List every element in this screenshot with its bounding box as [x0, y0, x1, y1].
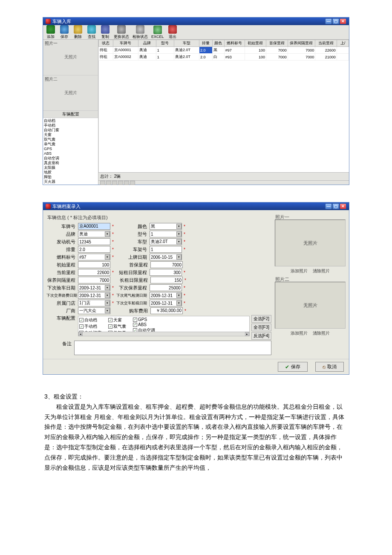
grid-cell[interactable]: 7000	[266, 54, 288, 61]
grid-column-header[interactable]: 颜色	[212, 40, 224, 47]
grid-column-header[interactable]: 品牌	[138, 40, 156, 47]
config-option[interactable]: ✓双气囊	[108, 324, 126, 330]
chassis-input[interactable]	[150, 246, 182, 253]
config-item[interactable]: 手动档	[44, 123, 97, 128]
minimize-button[interactable]: —	[325, 18, 332, 24]
nexttax-select[interactable]: 2009-12-31▾	[150, 300, 182, 306]
curmi-input[interactable]	[78, 269, 110, 276]
config-item[interactable]: 太阳膜	[44, 165, 97, 170]
toolbar-button[interactable]: 查找	[86, 25, 97, 40]
grid-column-header[interactable]: 燃料标号	[224, 40, 245, 47]
horizontal-scrollbar[interactable]: ◂▸	[78, 332, 249, 336]
brand-select[interactable]: 奥迪▾	[78, 231, 110, 237]
grid-column-header[interactable]: 初始里程	[245, 40, 266, 47]
type-select[interactable]: 奥迪2.0T▾	[150, 238, 182, 245]
disp-input[interactable]	[78, 246, 110, 253]
maker-select[interactable]: 一汽大众▾	[78, 307, 110, 314]
maximize-button[interactable]: ▢	[332, 203, 339, 209]
grid-column-header[interactable]: 型号	[156, 40, 174, 47]
config-option[interactable]: ✓自动档	[79, 317, 101, 323]
toolbar-button[interactable]: 更换状态	[114, 25, 129, 40]
select-invert-button[interactable]: 反选[F4]	[251, 332, 271, 340]
close-button[interactable]: ✕	[340, 18, 346, 24]
grid-column-header[interactable]: 保养间隔里程	[288, 40, 315, 47]
config-item[interactable]: 双气囊	[44, 137, 97, 142]
nextchk-select[interactable]: 2009-12-31▾	[78, 284, 110, 291]
nextroad-select[interactable]: 2009-12-31▾	[78, 292, 110, 299]
grid-cell[interactable]: 2.0	[199, 54, 212, 61]
grid-cell[interactable]: #97	[224, 47, 245, 54]
config-item[interactable]: 真皮座椅	[44, 161, 97, 165]
save-button[interactable]: ✔ 保存	[278, 362, 308, 372]
grid-cell[interactable]	[337, 47, 349, 54]
grid-cell[interactable]: 白	[212, 54, 224, 61]
grid-column-header[interactable]: 上/	[337, 40, 349, 47]
clear-photo-link[interactable]: 清除照片	[313, 330, 330, 336]
table-row[interactable]: 待租京A00001奥迪1奥迪2.0T2.0黑#97100700070002260…	[99, 47, 349, 54]
grid-column-header[interactable]: 首保里程	[266, 40, 288, 47]
store-select[interactable]: 1门店▾	[78, 300, 110, 306]
select-all-button[interactable]: 全选[F2]	[251, 315, 271, 323]
config-option[interactable]: ✓手动档	[79, 324, 101, 330]
plate-input[interactable]	[78, 223, 110, 230]
grid-cell[interactable]: 奥迪2.0T	[174, 54, 199, 61]
remark-textarea[interactable]	[74, 341, 271, 355]
clear-photo-link[interactable]: 清除照片	[313, 268, 330, 274]
shortmi-input[interactable]	[150, 269, 182, 276]
config-item[interactable]: GPS	[44, 147, 97, 151]
config-item[interactable]: 自动档	[44, 119, 97, 123]
grid-cell[interactable]: 奥迪	[138, 47, 156, 54]
grid-cell[interactable]: 奥迪2.0T	[174, 47, 199, 54]
select-none-button[interactable]: 全否[F3]	[251, 324, 271, 331]
grid-cell[interactable]: 7000	[288, 47, 315, 54]
table-row[interactable]: 待租京A00002奥迪1奥迪2.0T2.0白#93100700070002100…	[99, 54, 349, 61]
vehicle-grid[interactable]: 状态车牌号品牌型号车型排量颜色燃料标号初始里程首保里程保养间隔里程当前里程上/ …	[98, 40, 349, 61]
grid-cell[interactable]	[337, 54, 349, 61]
toolbar-button[interactable]: 检验状态	[133, 25, 148, 40]
grid-column-header[interactable]: 车型	[174, 40, 199, 47]
minimize-button[interactable]: —	[325, 203, 332, 209]
initmi-input[interactable]	[78, 261, 110, 268]
maintmi-input[interactable]	[78, 277, 110, 283]
toolbar-button[interactable]: 添加	[46, 25, 56, 40]
grid-cell[interactable]: 1	[156, 54, 174, 61]
cancel-button[interactable]: ⎋ 取消	[315, 362, 344, 372]
config-item[interactable]: ABS	[44, 151, 97, 156]
longmi-input[interactable]	[150, 277, 183, 283]
grid-column-header[interactable]: 排量	[199, 40, 212, 47]
grid-cell[interactable]: 京A00002	[113, 54, 138, 61]
record-nav-buttons[interactable]	[100, 181, 135, 185]
config-item[interactable]: 单气囊	[44, 142, 97, 147]
color-select[interactable]: 黑▾	[150, 223, 182, 230]
maximize-button[interactable]: ▢	[332, 18, 339, 24]
grid-cell[interactable]: #93	[224, 54, 245, 61]
config-item[interactable]: 天窗	[44, 133, 97, 137]
grid-cell[interactable]: 7000	[266, 47, 288, 54]
grid-cell[interactable]: 22600	[315, 47, 337, 54]
grid-cell[interactable]: 京A00001	[113, 47, 138, 54]
add-photo-link[interactable]: 添加照片	[291, 330, 308, 336]
config-option[interactable]: ✓GPS	[133, 317, 155, 322]
grid-cell[interactable]: 2.0	[199, 47, 212, 54]
grid-cell[interactable]: 待租	[99, 54, 113, 61]
grid-cell[interactable]: 待租	[99, 47, 113, 54]
grid-cell[interactable]: 100	[245, 47, 266, 54]
config-item[interactable]: 灭火器	[44, 179, 97, 184]
toolbar-button[interactable]: 复制	[100, 25, 110, 40]
grid-cell[interactable]: 7000	[288, 54, 315, 61]
config-item[interactable]: 自动门窗	[44, 128, 97, 133]
firstmaint-input[interactable]	[150, 261, 183, 268]
config-item[interactable]: 地胶	[44, 170, 97, 175]
config-option[interactable]: ✓ABS	[133, 322, 155, 327]
platedate-select[interactable]: 2006-10-15▾	[150, 254, 182, 260]
grid-cell[interactable]: 奥迪	[138, 54, 156, 61]
buycost-input[interactable]	[150, 307, 183, 314]
toolbar-button[interactable]: 退出	[167, 25, 178, 40]
model-select[interactable]: 1▾	[150, 231, 182, 237]
grid-cell[interactable]: 21000	[315, 54, 337, 61]
fuel-select[interactable]: #97▾	[78, 254, 110, 260]
config-item[interactable]: 自动空调	[44, 156, 97, 161]
nextmaintmi-input[interactable]	[150, 284, 182, 291]
close-button[interactable]: ✕	[340, 203, 346, 209]
nextemis-select[interactable]: 2009-12-31▾	[150, 292, 182, 299]
